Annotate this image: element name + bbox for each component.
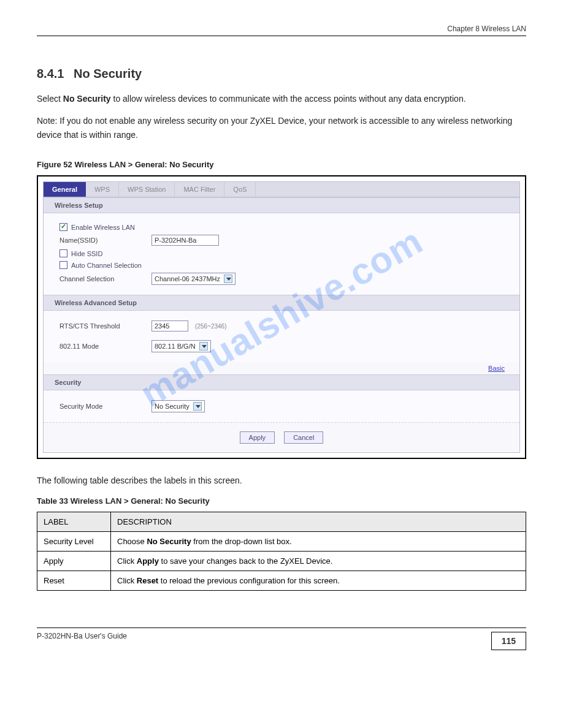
enable-wlan-label: Enable Wireless LAN [71, 224, 135, 231]
channel-select[interactable]: Channel-06 2437MHz [151, 273, 236, 285]
screenshot-panel: manualshive.com General WPS WPS Station … [37, 175, 526, 459]
description-table: LABEL DESCRIPTION Security Level Choose … [37, 512, 526, 591]
section-heading: 8.4.1 No Security [37, 67, 526, 81]
wireless-setup-header: Wireless Setup [44, 197, 519, 213]
footer-text: P-3202HN-Ba User's Guide [37, 632, 127, 640]
ssid-input[interactable] [151, 235, 219, 246]
tab-qos[interactable]: QoS [224, 182, 256, 197]
tab-bar: General WPS WPS Station MAC Filter QoS [44, 182, 519, 197]
apply-button[interactable]: Apply [240, 431, 275, 444]
table-caption: Table 33 Wireless LAN > General: No Secu… [37, 496, 526, 506]
cancel-button[interactable]: Cancel [284, 431, 323, 444]
channel-label: Channel Selection [59, 275, 151, 282]
auto-channel-checkbox[interactable] [59, 261, 67, 269]
enable-wlan-checkbox[interactable] [59, 223, 67, 231]
ssid-label: Name(SSID) [59, 237, 151, 244]
basic-link[interactable]: Basic [488, 365, 505, 372]
tab-general[interactable]: General [44, 182, 86, 197]
hide-ssid-checkbox[interactable] [59, 249, 67, 257]
rts-input[interactable] [151, 320, 188, 332]
security-mode-select[interactable]: No Security [151, 400, 205, 412]
page-footer: P-3202HN-Ba User's Guide 115 [37, 632, 526, 650]
tab-wps[interactable]: WPS [86, 182, 119, 197]
chevron-down-icon [199, 342, 208, 351]
table-row: Apply Click Apply to save your changes b… [37, 551, 526, 571]
page-number: 115 [491, 632, 526, 650]
security-mode-label: Security Mode [59, 403, 151, 410]
paragraph-2: Note: If you do not enable any wireless … [37, 114, 526, 142]
mode-select[interactable]: 802.11 B/G/N [151, 340, 211, 352]
th-label: LABEL [37, 512, 111, 531]
figure-caption: Figure 52 Wireless LAN > General: No Sec… [37, 160, 526, 169]
running-header: Chapter 8 Wireless LAN [37, 25, 526, 33]
section-number: 8.4.1 [37, 67, 64, 80]
top-rule [37, 36, 526, 36]
tab-mac-filter[interactable]: MAC Filter [175, 182, 224, 197]
rts-label: RTS/CTS Threshold [59, 322, 151, 330]
hide-ssid-label: Hide SSID [71, 250, 102, 257]
security-header: Security [44, 374, 519, 390]
table-row: Security Level Choose No Security from t… [37, 531, 526, 551]
wireless-advanced-header: Wireless Advanced Setup [44, 295, 519, 311]
bottom-rule [37, 628, 526, 628]
paragraph-1: Select No Security to allow wireless dev… [37, 92, 526, 105]
table-intro: The following table describes the labels… [37, 474, 526, 487]
chevron-down-icon [224, 275, 232, 283]
table-row: Reset Click Reset to reload the previous… [37, 571, 526, 590]
chevron-down-icon [193, 402, 202, 411]
mode-label: 802.11 Mode [59, 343, 151, 350]
tab-wps-station[interactable]: WPS Station [119, 182, 175, 197]
auto-channel-label: Auto Channel Selection [71, 262, 142, 269]
th-desc: DESCRIPTION [111, 512, 526, 531]
rts-hint: (256~2346) [195, 323, 226, 330]
section-title: No Security [74, 67, 142, 80]
